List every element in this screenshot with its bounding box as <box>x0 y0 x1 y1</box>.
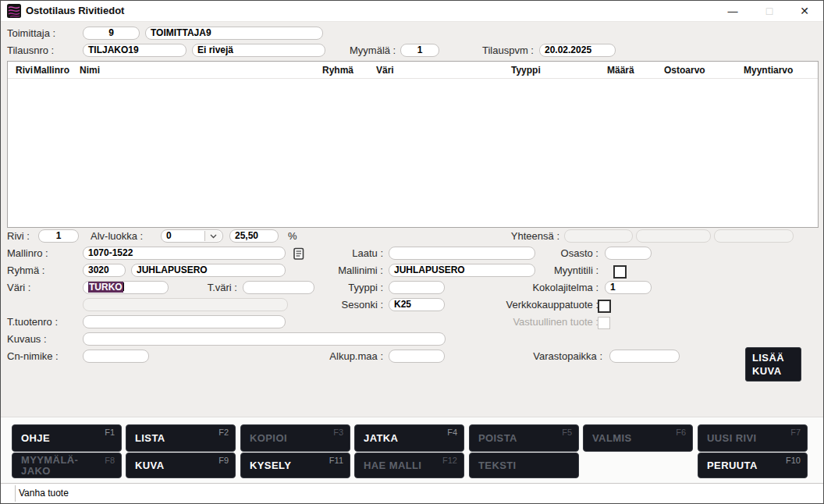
button-lista[interactable]: LISTA F2 <box>126 424 236 452</box>
col-mallinro: Mallinro <box>34 64 69 76</box>
button-poista-label: POISTA <box>478 433 517 444</box>
close-icon[interactable]: ✕ <box>792 1 817 21</box>
yhteensa-field-2 <box>636 229 711 243</box>
varastopaikka-label: Varastopaikka : <box>533 350 602 364</box>
button-jatka[interactable]: JATKA F4 <box>354 424 464 452</box>
lisaa-kuva-button[interactable]: LISÄÄ KUVA <box>745 347 801 382</box>
button-teksti[interactable]: TEKSTI <box>469 453 579 478</box>
cn-nimike-field[interactable] <box>83 350 149 363</box>
col-maara: Määrä <box>607 64 634 76</box>
button-valmis-fkey: F6 <box>676 428 686 437</box>
rivi-field[interactable]: 1 <box>38 229 79 243</box>
verkkokauppatuote-label: Verkkokauppatuote : <box>506 298 598 312</box>
tilausnro-field[interactable]: TILJAKO19 <box>83 44 186 57</box>
button-valmis-label: VALMIS <box>592 433 632 444</box>
toimittaja-name-field[interactable]: TOIMITTAJA9 <box>145 27 323 40</box>
tvari-field[interactable] <box>243 281 314 294</box>
ttuotenro-label: T.tuotenro : <box>7 315 58 329</box>
button-hae-malli[interactable]: HAE MALLI F12 <box>354 453 464 478</box>
maximize-icon: □ <box>757 1 782 21</box>
order-rows-table: Rivi Mallinro Nimi Ryhmä Väri Tyyppi Mää… <box>7 61 819 228</box>
sesonki-field[interactable]: K25 <box>389 298 445 311</box>
button-uusi-rivi-fkey: F7 <box>790 428 801 437</box>
window-title: Ostotilaus Rivitiedot <box>26 1 124 21</box>
col-tyyppi: Tyyppi <box>511 64 541 76</box>
laatu-label: Laatu : <box>352 247 383 261</box>
button-poista[interactable]: POISTA F5 <box>469 424 579 452</box>
button-poista-fkey: F5 <box>562 428 572 437</box>
button-ohje-fkey: F1 <box>105 428 115 437</box>
button-myymalajako-fkey: F8 <box>105 456 115 465</box>
col-nimi: Nimi <box>80 64 100 76</box>
tyyppi-field[interactable] <box>389 281 445 294</box>
chevron-down-icon[interactable] <box>204 231 222 241</box>
alv-luokka-value: 0 <box>166 230 172 241</box>
ryhma-code-field[interactable]: 3020 <box>83 264 126 277</box>
tilauspvm-label: Tilauspvm : <box>482 44 534 58</box>
text-cursor <box>123 282 124 291</box>
vari-field[interactable]: TURKO <box>83 281 169 294</box>
tilauspvm-field[interactable]: 20.02.2025 <box>539 44 616 57</box>
status-bar-divider <box>15 485 16 502</box>
vastuullinen-tuote-label: Vastuullinen tuote : <box>513 315 598 329</box>
varastopaikka-field[interactable] <box>609 350 680 363</box>
ryhma-name-field[interactable]: JUHLAPUSERO <box>131 264 286 277</box>
col-myyntiarvo: Myyntiarvo <box>744 64 793 76</box>
kuvaus-field[interactable] <box>83 332 446 346</box>
yhteensa-label: Yhteensä : <box>511 229 559 243</box>
title-bar: Ostotilaus Rivitiedot — □ ✕ <box>1 1 823 22</box>
button-ohje[interactable]: OHJE F1 <box>12 424 122 452</box>
col-vari: Väri <box>376 64 394 76</box>
button-hae-malli-label: HAE MALLI <box>364 460 421 471</box>
button-kuva[interactable]: KUVA F9 <box>126 453 236 478</box>
button-kopioi-label: KOPIOI <box>250 433 287 444</box>
toimittaja-code-field[interactable]: 9 <box>83 27 140 40</box>
alv-luokka-select[interactable]: 0 <box>161 229 223 243</box>
col-ryhma: Ryhmä <box>322 64 353 76</box>
button-myymalajako[interactable]: MYYMÄLÄ-JAKO F8 <box>12 453 122 478</box>
myymala-field[interactable]: 1 <box>400 44 439 57</box>
myyntitili-checkbox[interactable] <box>613 265 627 279</box>
alkup-maa-label: Alkup.maa : <box>329 350 383 364</box>
mallinro-label: Mallinro : <box>7 247 48 261</box>
button-peruuta-label: PERUUTA <box>707 460 758 471</box>
kokolajitelma-field[interactable]: 1 <box>605 281 652 294</box>
button-myymalajako-label: MYYMÄLÄ-JAKO <box>21 455 93 477</box>
alv-luokka-label: Alv-luokka : <box>91 229 143 243</box>
button-kuva-fkey: F9 <box>218 456 229 465</box>
button-kysely-label: KYSELY <box>250 460 291 471</box>
document-icon[interactable] <box>293 247 305 261</box>
button-peruuta[interactable]: PERUUTA F10 <box>698 453 808 478</box>
button-kuva-label: KUVA <box>135 460 164 471</box>
ttuotenro-field[interactable] <box>83 315 286 328</box>
verkkokauppatuote-checkbox[interactable] <box>598 300 611 313</box>
tvari-label: T.väri : <box>208 281 237 295</box>
button-uusi-rivi[interactable]: UUSI RIVI F7 <box>698 424 808 452</box>
minimize-icon[interactable]: — <box>720 1 745 21</box>
button-kysely[interactable]: KYSELY F11 <box>240 453 350 478</box>
button-kysely-fkey: F11 <box>329 456 343 465</box>
osasto-label: Osasto : <box>561 247 598 261</box>
alkup-maa-field[interactable] <box>389 350 445 363</box>
button-jatka-label: JATKA <box>364 433 398 444</box>
vastuullinen-tuote-checkbox <box>598 317 610 329</box>
button-ohje-label: OHJE <box>21 433 50 444</box>
button-teksti-label: TEKSTI <box>478 460 517 471</box>
laatu-field[interactable] <box>389 247 535 260</box>
rivit-info-field[interactable]: Ei rivejä <box>192 44 325 57</box>
button-lista-fkey: F2 <box>218 428 229 437</box>
mallinro-field[interactable]: 1070-1522 <box>83 247 286 260</box>
vari-selected-text: TURKO <box>88 282 123 293</box>
mallinimi-field[interactable]: JUHLAPUSERO <box>389 264 535 277</box>
alv-percent-field[interactable]: 25,50 <box>229 229 279 243</box>
button-valmis[interactable]: VALMIS F6 <box>583 424 693 452</box>
app-logo-icon <box>7 4 21 18</box>
button-kopioi[interactable]: KOPIOI F3 <box>240 424 350 452</box>
button-kopioi-fkey: F3 <box>333 428 343 437</box>
button-hae-malli-fkey: F12 <box>442 456 457 465</box>
tyyppi-label: Tyyppi : <box>348 281 383 295</box>
status-text: Vanha tuote <box>19 484 69 503</box>
yhteensa-field-1 <box>564 229 633 243</box>
osasto-field[interactable] <box>605 247 652 260</box>
button-peruuta-fkey: F10 <box>786 456 801 465</box>
